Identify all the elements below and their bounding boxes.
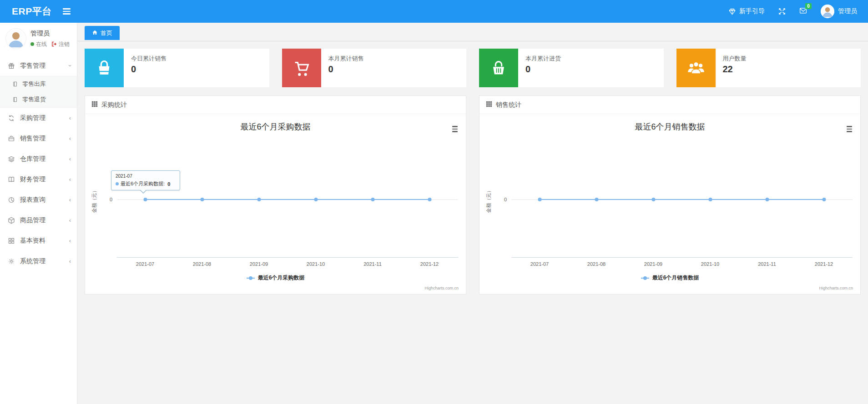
tooltip-header: 2021-07 xyxy=(116,174,176,179)
x-tick-label: 2021-08 xyxy=(188,261,216,267)
sidebar-item-label: 基本资料 xyxy=(20,237,45,245)
main-content: 首页 今日累计销售 0 本月累计销售 0 xyxy=(77,23,868,404)
legend-label: 最近6个月采购数据 xyxy=(258,274,305,282)
menu-toggle-icon[interactable] xyxy=(61,6,72,16)
x-tick-label: 2021-07 xyxy=(131,261,159,267)
line-series[interactable] xyxy=(511,114,853,294)
th-grid-icon xyxy=(91,101,98,109)
th-grid-icon xyxy=(486,101,492,109)
panel-title: 销售统计 xyxy=(496,101,521,109)
user-menu[interactable]: 管理员 xyxy=(821,5,857,18)
sidebar-user-block: 管理员 在线 注销 xyxy=(0,23,77,54)
sidebar-item-sales[interactable]: 销售管理 ‹ xyxy=(0,128,77,149)
sales-stats-panel: 销售统计 最近6个月销售数据 金额（元） 0 2021-07 2021-08 2… xyxy=(479,95,861,294)
repeat-icon xyxy=(8,115,15,122)
online-dot-icon xyxy=(30,42,34,46)
legend-marker-icon xyxy=(641,276,649,280)
chart-legend[interactable]: 最近6个月销售数据 xyxy=(479,274,860,282)
sidebar-item-label: 采购管理 xyxy=(20,114,45,122)
sidebar-item-warehouse[interactable]: 仓库管理 ‹ xyxy=(0,149,77,169)
card-user-count[interactable]: 用户数量 22 xyxy=(676,49,861,87)
sidebar-item-goods[interactable]: 商品管理 ‹ xyxy=(0,210,77,230)
card-label: 本月累计进货 xyxy=(525,55,561,63)
tab-home-label: 首页 xyxy=(101,29,112,37)
panel-header: 采购统计 xyxy=(85,96,466,114)
sidebar-item-purchase[interactable]: 采购管理 ‹ xyxy=(0,108,77,128)
highcharts-credits[interactable]: Highcharts.com.cn xyxy=(424,286,459,290)
basket-icon xyxy=(479,49,518,87)
breadcrumb: 首页 xyxy=(77,23,868,41)
sidebar-item-retail-outbound[interactable]: 零售出库 xyxy=(0,76,77,92)
x-tick-label: 2021-12 xyxy=(416,261,443,267)
card-value: 0 xyxy=(131,64,167,75)
sidebar-item-retail-return[interactable]: 零售退货 xyxy=(0,92,77,107)
sidebar-item-basic[interactable]: 基本资料 ‹ xyxy=(0,230,77,251)
chart-legend[interactable]: 最近6个月采购数据 xyxy=(85,274,466,282)
sidebar-item-retail[interactable]: 零售管理 › xyxy=(0,55,77,76)
x-tick-label: 2021-10 xyxy=(302,261,329,267)
panel-header: 销售统计 xyxy=(479,96,860,114)
messages-button[interactable]: 0 xyxy=(799,7,807,16)
tooltip-series-label: 最近6个月采购数据: xyxy=(121,180,165,187)
pie-chart-icon xyxy=(8,196,15,204)
sidebar-menu: 零售管理 › 零售出库 零售退货 采购管理 ‹ xyxy=(0,55,77,271)
logout-icon xyxy=(51,41,57,47)
top-navbar: ERP平台 新手引导 0 管理员 xyxy=(0,0,868,23)
users-icon xyxy=(676,49,716,87)
logout-link[interactable]: 注销 xyxy=(59,40,70,48)
sidebar-item-system[interactable]: 系统管理 ‹ xyxy=(0,251,77,271)
sidebar-item-report[interactable]: 报表查询 ‹ xyxy=(0,190,77,210)
grid-icon xyxy=(8,237,15,244)
shopping-bag-icon xyxy=(85,49,124,87)
sidebar-item-label: 仓库管理 xyxy=(20,155,45,163)
chevron-left-icon: ‹ xyxy=(69,155,71,162)
stat-cards: 今日累计销售 0 本月累计销售 0 本月累计进货 0 xyxy=(77,41,868,87)
gift-icon xyxy=(8,62,15,70)
avatar xyxy=(821,5,834,18)
card-value: 0 xyxy=(525,64,561,75)
x-axis-line xyxy=(117,257,458,258)
card-month-sales[interactable]: 本月累计销售 0 xyxy=(282,49,467,87)
x-axis-line xyxy=(511,257,853,258)
series-dot-icon xyxy=(116,182,119,185)
guide-button[interactable]: 新手引导 xyxy=(728,7,765,15)
purchase-chart: 最近6个月采购数据 金额（元） 0 2021-07 2021-08 2021-0… xyxy=(85,114,466,294)
x-tick-label: 2021-07 xyxy=(526,261,553,267)
chevron-left-icon: ‹ xyxy=(69,135,71,142)
x-tick-label: 2021-09 xyxy=(245,261,273,267)
tab-home[interactable]: 首页 xyxy=(85,26,120,40)
y-axis-title: 金额（元） xyxy=(91,188,98,213)
document-icon xyxy=(12,81,18,87)
sidebar-item-label: 财务管理 xyxy=(20,175,45,184)
gear-icon xyxy=(8,258,15,265)
card-month-purchase[interactable]: 本月累计进货 0 xyxy=(479,49,664,87)
sidebar-item-finance[interactable]: 财务管理 ‹ xyxy=(0,169,77,190)
purchase-stats-panel: 采购统计 最近6个月采购数据 金额（元） 0 2021-07 2021-08 2… xyxy=(85,95,466,294)
app-brand: ERP平台 xyxy=(0,5,61,18)
tooltip-arrow xyxy=(140,190,146,193)
chart-tooltip: 2021-07 最近6个月采购数据: 0 xyxy=(111,170,180,190)
chart-panels: 采购统计 最近6个月采购数据 金额（元） 0 2021-07 2021-08 2… xyxy=(77,87,868,294)
highcharts-credits[interactable]: Highcharts.com.cn xyxy=(819,286,853,290)
card-label: 用户数量 xyxy=(723,55,747,63)
sidebar-item-label: 报表查询 xyxy=(20,196,45,204)
chevron-left-icon: ‹ xyxy=(69,115,71,121)
y-tick-label: 0 xyxy=(98,197,112,202)
card-value: 22 xyxy=(723,64,747,75)
card-today-sales[interactable]: 今日累计销售 0 xyxy=(85,49,269,87)
fullscreen-icon[interactable] xyxy=(778,8,786,15)
chevron-left-icon: ‹ xyxy=(69,217,71,224)
online-label: 在线 xyxy=(36,40,47,48)
card-label: 今日累计销售 xyxy=(131,55,167,63)
gem-icon xyxy=(728,8,736,15)
sidebar-item-label: 销售管理 xyxy=(20,135,45,143)
panel-title: 采购统计 xyxy=(101,101,127,109)
chevron-left-icon: ‹ xyxy=(69,196,71,203)
line-series[interactable] xyxy=(117,114,458,294)
x-tick-label: 2021-12 xyxy=(810,261,838,267)
x-tick-label: 2021-08 xyxy=(583,261,610,267)
tooltip-value: 0 xyxy=(167,181,170,187)
message-count-badge: 0 xyxy=(805,3,812,9)
sidebar-item-label: 商品管理 xyxy=(20,216,45,224)
book-icon xyxy=(8,176,15,183)
